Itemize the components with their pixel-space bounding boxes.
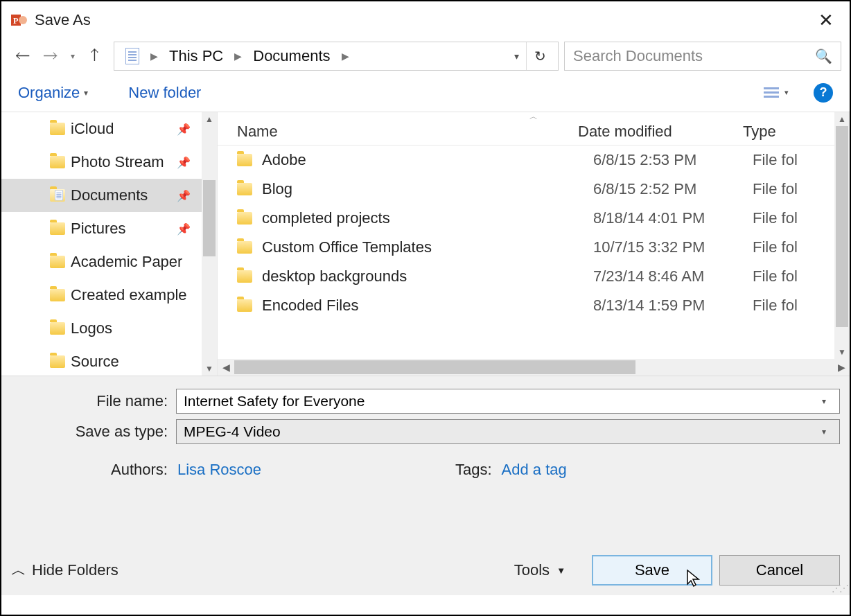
bottom-panel: File name: Internet Safety for Everyone … (1, 376, 850, 595)
breadcrumb-icon[interactable] (119, 42, 146, 70)
tools-button[interactable]: Tools ▼ (514, 561, 565, 579)
breadcrumb-this-pc[interactable]: This PC (162, 42, 230, 70)
back-button[interactable]: 🡐 (15, 47, 30, 65)
chevron-up-icon: ︿ (11, 560, 26, 581)
folder-icon (237, 241, 252, 254)
title-bar: P Save As ✕ (1, 1, 850, 39)
column-type[interactable]: Type (737, 123, 850, 141)
folder-icon (50, 289, 65, 301)
file-type: File fol (753, 151, 798, 169)
tags-label: Tags: (455, 461, 492, 479)
view-button[interactable]: ▾ (764, 87, 789, 99)
file-date: 8/18/14 4:01 PM (593, 209, 753, 227)
organize-button[interactable]: Organize▾ (18, 84, 88, 102)
file-date: 8/13/14 1:59 PM (593, 297, 753, 315)
file-row[interactable]: Adobe6/8/15 2:53 PMFile fol (218, 146, 850, 175)
sidebar-item-label: Pictures (71, 220, 125, 238)
sidebar-item[interactable]: iCloud📌 (1, 112, 217, 146)
sidebar-item-label: Documents (71, 186, 148, 204)
file-name: desktop backgrounds (262, 267, 593, 285)
resize-grip-icon[interactable]: ⋰⋰ (832, 583, 847, 594)
sidebar-item[interactable]: Photo Stream📌 (1, 146, 217, 179)
file-type: File fol (753, 238, 798, 256)
collapse-caret-icon[interactable]: ︿ (529, 112, 538, 123)
svg-text:P: P (13, 16, 18, 26)
sidebar-item-label: iCloud (71, 120, 114, 138)
nav-row: 🡐 🡒 ▾ 🡑 ▶ This PC ▶ Documents ▶ ▾ ↻ Sear… (1, 39, 850, 73)
search-icon[interactable]: 🔍 (815, 48, 832, 64)
close-button[interactable]: ✕ (812, 10, 840, 31)
folder-icon (237, 154, 252, 166)
folder-icon (50, 322, 65, 335)
svg-rect-3 (764, 87, 779, 89)
file-row[interactable]: desktop backgrounds7/23/14 8:46 AMFile f… (218, 262, 850, 291)
authors-label: Authors: (111, 461, 168, 479)
column-date[interactable]: Date modified (578, 123, 737, 141)
address-bar[interactable]: ▶ This PC ▶ Documents ▶ ▾ ↻ (114, 42, 559, 71)
search-input[interactable]: Search Documents 🔍 (564, 42, 841, 71)
save-button[interactable]: Save (592, 555, 712, 586)
chevron-down-icon[interactable]: ▾ (816, 423, 832, 440)
file-row[interactable]: Custom Office Templates10/7/15 3:32 PMFi… (218, 233, 850, 262)
file-row[interactable]: Encoded Files8/13/14 1:59 PMFile fol (218, 291, 850, 320)
sidebar-item[interactable]: Created example (1, 279, 217, 312)
file-type: File fol (753, 267, 798, 285)
chevron-down-icon[interactable]: ▾ (816, 393, 832, 410)
hide-folders-button[interactable]: ︿ Hide Folders (11, 560, 119, 581)
tags-value[interactable]: Add a tag (502, 461, 567, 479)
file-vscrollbar[interactable]: ▲ ▼ (834, 112, 850, 359)
folder-icon (50, 123, 65, 135)
new-folder-button[interactable]: New folder (128, 84, 201, 102)
up-button[interactable]: 🡑 (87, 47, 103, 65)
file-hscrollbar[interactable]: ◀ ▶ (218, 359, 850, 376)
chevron-right-icon[interactable]: ▶ (337, 51, 353, 62)
sidebar-item[interactable]: Documents📌 (1, 179, 217, 212)
file-name: Adobe (262, 151, 593, 169)
refresh-button[interactable]: ↻ (526, 42, 554, 70)
folder-icon (50, 355, 65, 368)
authors-value[interactable]: Lisa Roscoe (177, 461, 261, 479)
address-dropdown[interactable]: ▾ (507, 51, 526, 62)
sidebar-item[interactable]: Source (1, 345, 217, 376)
file-name: Blog (262, 180, 593, 198)
sidebar-item-label: Academic Paper (71, 253, 182, 271)
file-date: 7/23/14 8:46 AM (593, 267, 753, 285)
sidebar-item[interactable]: Logos (1, 312, 217, 345)
folder-icon (237, 212, 252, 225)
chevron-right-icon[interactable]: ▶ (230, 51, 246, 62)
folder-icon (50, 256, 65, 268)
file-type: File fol (753, 209, 798, 227)
pin-icon: 📌 (177, 189, 191, 202)
column-name[interactable]: Name (218, 123, 578, 141)
sidebar: iCloud📌Photo Stream📌Documents📌Pictures📌A… (1, 112, 218, 376)
toolbar: Organize▾ New folder ▾ ? (1, 73, 850, 112)
dialog-title: Save As (35, 11, 91, 29)
sidebar-item-label: Photo Stream (71, 153, 164, 171)
sidebar-item[interactable]: Pictures📌 (1, 212, 217, 245)
file-type: File fol (753, 180, 798, 198)
sidebar-scrollbar[interactable]: ▲ ▼ (202, 112, 217, 376)
sidebar-item[interactable]: Academic Paper (1, 245, 217, 279)
breadcrumb-documents[interactable]: Documents (246, 42, 337, 70)
cancel-button[interactable]: Cancel (719, 555, 840, 586)
cursor-icon (686, 569, 703, 588)
help-button[interactable]: ? (814, 83, 833, 103)
filename-input[interactable]: Internet Safety for Everyone ▾ (176, 389, 840, 414)
pin-icon: 📌 (177, 156, 191, 169)
folder-icon (237, 299, 252, 312)
svg-point-2 (19, 16, 27, 24)
powerpoint-icon: P (11, 12, 28, 28)
saveastype-select[interactable]: MPEG-4 Video ▾ (176, 419, 840, 444)
bottom-bar: ︿ Hide Folders Tools ▼ Save Cancel (11, 555, 840, 586)
file-type: File fol (753, 297, 798, 315)
file-row[interactable]: completed projects8/18/14 4:01 PMFile fo… (218, 204, 850, 233)
pin-icon: 📌 (177, 222, 191, 236)
documents-icon (50, 189, 65, 202)
chevron-right-icon[interactable]: ▶ (146, 51, 162, 62)
file-list: ︿ Name Date modified Type Adobe6/8/15 2:… (218, 112, 850, 376)
file-row[interactable]: Blog6/8/15 2:52 PMFile fol (218, 175, 850, 204)
sidebar-item-label: Created example (71, 286, 187, 304)
sidebar-item-label: Source (71, 353, 119, 371)
forward-button[interactable]: 🡒 (43, 47, 58, 65)
recent-dropdown[interactable]: ▾ (71, 51, 75, 61)
